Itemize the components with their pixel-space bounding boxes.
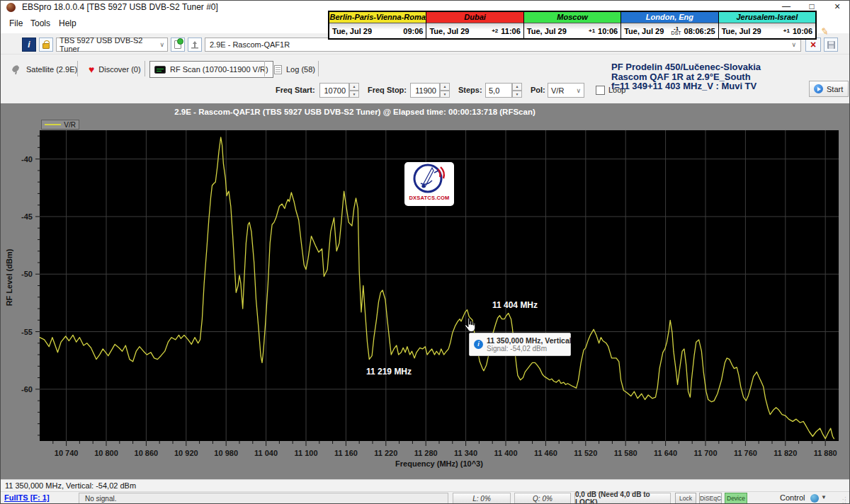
antenna-icon <box>190 40 200 50</box>
svg-text:10 800: 10 800 <box>94 449 118 457</box>
satellite-combo[interactable]: 2.9E - Rascom-QAF1R ∨ <box>205 38 801 52</box>
dxsatcs-logo: DXSATCS.COM <box>404 162 454 206</box>
signal-tooltip: i 11 350,000 MHz, Vertical Signal: -54,0… <box>469 333 571 356</box>
control-label: Control <box>780 493 805 502</box>
fullts-link[interactable]: FullTS [F: 1] <box>4 493 50 502</box>
pol-select[interactable]: V/R ∨ <box>548 83 584 98</box>
steps-input[interactable]: 5,0 <box>485 83 512 98</box>
clock-moscow: Moscow Tue, Jul 29 +1 10:06 <box>524 12 621 38</box>
chevron-down-icon: ∨ <box>576 87 581 94</box>
freq-start-input[interactable]: 10700 <box>319 83 349 98</box>
freq-stop-stepper[interactable]: ▲▼ <box>440 83 450 98</box>
clock-city-label: Dubai <box>426 12 523 23</box>
resize-grip[interactable]: .:.: <box>842 496 848 503</box>
tooltip-signal: Signal: -54,02 dBm <box>487 345 572 353</box>
tab-label: Log (58) <box>286 65 315 74</box>
steps-stepper[interactable]: ▲▼ <box>512 83 522 98</box>
clock-date: Tue, Jul 29 <box>527 27 567 35</box>
legend-label: V/R <box>64 121 76 129</box>
clock-date: Tue, Jul 29 <box>722 27 761 35</box>
svg-text:11 700: 11 700 <box>693 449 717 457</box>
info-line-3: f=11 349+11 403 MHz_V : Muvi TV <box>611 81 761 91</box>
control-dropdown-caret[interactable]: ▼ <box>821 494 827 500</box>
window-title: EBSpro 18.0.0.4 [TBS 5927 USB DVB-S2 Tun… <box>22 2 218 12</box>
clock-berlin: Berlin-Paris-Vienna-Roma Tue, Jul 29 09:… <box>329 12 426 38</box>
save-button[interactable] <box>824 38 838 52</box>
new-entry-button[interactable] <box>171 38 185 52</box>
clock-city-label: London, Eng <box>621 12 718 23</box>
svg-text:-55: -55 <box>21 328 33 336</box>
diseqc-button[interactable]: DiSEqC <box>699 493 722 504</box>
delete-button[interactable]: × <box>805 38 821 52</box>
svg-text:11 100: 11 100 <box>294 449 317 457</box>
pol-select-value: V/R <box>551 86 564 95</box>
lock-settings-button[interactable] <box>39 38 53 52</box>
dxsatcs-logo-icon <box>411 162 448 196</box>
device-button[interactable]: Device <box>725 493 747 504</box>
tab-label: Satellite (2.9E) <box>26 65 77 74</box>
heart-icon: ♥ <box>89 65 94 74</box>
start-button-label: Start <box>827 85 843 93</box>
svg-text:11 220: 11 220 <box>374 449 397 457</box>
clock-time: 08:06:25 <box>684 27 715 35</box>
lock-button[interactable]: Lock <box>675 493 696 504</box>
satellite-dish-icon <box>11 64 22 75</box>
level-field: L: 0% <box>453 493 511 504</box>
snr-field: 0,0 dB (Need 4,0 dB to LOCK) <box>574 493 671 504</box>
log-document-icon <box>274 65 282 74</box>
control-icon[interactable] <box>810 494 819 503</box>
steps-label: Steps: <box>458 86 482 94</box>
close-button[interactable]: × <box>825 1 849 13</box>
tab-satellite[interactable]: Satellite (2.9E) <box>6 61 81 78</box>
clock-time: 11:06 <box>501 27 521 35</box>
freq-stop-label: Freq Stop: <box>368 86 407 94</box>
y-axis-title: RF Level (dBm) <box>5 239 13 316</box>
clock-jerusalem: Jerusalem-Israel Tue, Jul 29 +1 10:06 <box>719 12 815 38</box>
hand-cursor-icon <box>464 317 477 333</box>
page-add-icon <box>174 40 181 49</box>
spectrum-plot[interactable]: 10 74010 80010 86010 92010 98011 04011 1… <box>1 103 850 479</box>
dxsatcs-logo-text: DXSATCS.COM <box>409 195 449 201</box>
info-button[interactable]: i <box>22 38 36 52</box>
tab-log[interactable]: Log (58) <box>270 61 319 78</box>
svg-text:11 580: 11 580 <box>614 449 638 457</box>
chart-legend: V/R <box>41 120 79 130</box>
antenna-info-panel: PF Prodelin 450/Lučenec-Slovakia Rascom … <box>611 62 761 91</box>
info-line-2: Rascom QAF 1R at 2.9°E_South <box>611 72 761 82</box>
menu-help[interactable]: Help <box>56 17 79 30</box>
svg-text:11 760: 11 760 <box>734 449 757 457</box>
svg-text:10 860: 10 860 <box>135 449 159 457</box>
satellite-combo-value: 2.9E - Rascom-QAF1R <box>210 40 290 49</box>
info-line-1: PF Prodelin 450/Lučenec-Slovakia <box>611 62 761 72</box>
menu-tools[interactable]: Tools <box>28 17 53 30</box>
clock-time: 10:06 <box>598 27 618 35</box>
svg-text:10 980: 10 980 <box>214 449 238 457</box>
rf-scan-chart: 2.9E - Rascom-QAF1R (TBS 5927 USB DVB-S2… <box>1 103 850 479</box>
tab-discover[interactable]: ♥ Discover (0) <box>84 61 145 78</box>
freq-stop-input[interactable]: 11900 <box>410 83 440 98</box>
freq-start-label: Freq Start: <box>276 86 315 94</box>
svg-text:10 740: 10 740 <box>55 449 79 457</box>
svg-text:11 400: 11 400 <box>494 449 517 457</box>
clock-city-label: Berlin-Paris-Vienna-Roma <box>329 12 426 23</box>
clock-date: Tue, Jul 29 <box>332 27 372 35</box>
clock-date: Tue, Jul 29 <box>429 27 469 35</box>
chevron-down-icon: ∨ <box>159 41 164 48</box>
tuner-select-value: TBS 5927 USB DVB-S2 Tuner <box>60 36 159 53</box>
clock-dst-label: DST <box>672 31 681 35</box>
menu-file[interactable]: File <box>6 17 26 30</box>
tab-separator <box>77 61 78 76</box>
start-button[interactable]: Start <box>809 81 849 97</box>
tuner-select[interactable]: TBS 5927 USB DVB-S2 Tuner ∨ <box>56 38 168 52</box>
rf-scan-icon <box>154 66 166 74</box>
freq-start-stepper[interactable]: ▲▼ <box>349 83 359 98</box>
tab-rf-scan[interactable]: RF Scan (10700-11900 V/R) <box>149 61 273 78</box>
svg-text:11 520: 11 520 <box>574 449 597 457</box>
clock-utc-offset: +1 <box>589 29 595 33</box>
antenna-button[interactable] <box>188 38 202 52</box>
svg-text:10 920: 10 920 <box>174 449 198 457</box>
clock-city-label: Moscow <box>524 12 620 23</box>
loop-checkbox[interactable] <box>596 86 605 95</box>
clock-time: 09:06 <box>403 27 423 35</box>
app-icon <box>6 3 16 12</box>
